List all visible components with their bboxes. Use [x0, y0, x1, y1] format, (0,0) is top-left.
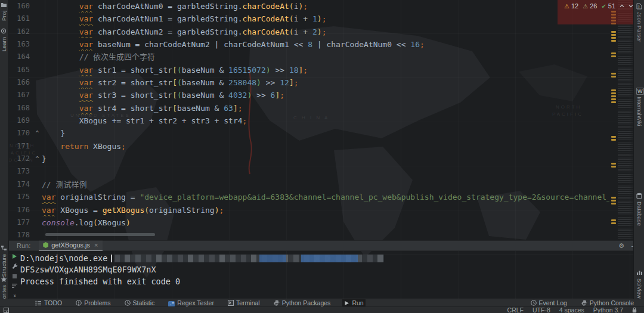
code-line[interactable]: 170^ }: [9, 127, 609, 140]
fold-marker-icon[interactable]: ^: [33, 127, 42, 140]
code-token: 12: [280, 78, 289, 87]
warning-stripe-mark: [611, 89, 616, 91]
sidebar-tab-label: SciView: [636, 278, 643, 299]
play_gray-icon: [344, 300, 349, 306]
sidebar-tab-database[interactable]: Database: [636, 193, 643, 226]
code-line[interactable]: 174// 测试样例: [9, 178, 609, 191]
line-number[interactable]: 162: [9, 26, 33, 38]
toolwindow-button-python-console[interactable]: Python Console: [580, 299, 636, 307]
run-tab[interactable]: getXBogus.js ×: [39, 240, 102, 251]
code-line[interactable]: 175var originalString = "device_platform…: [9, 191, 609, 203]
code-line[interactable]: 161 var charCodeAtNum1 = garbledString.c…: [9, 13, 609, 25]
line-number[interactable]: 176: [9, 204, 33, 216]
censored-region: [114, 255, 384, 262]
line-number[interactable]: 172: [9, 153, 33, 165]
weak-warnings-indicator[interactable]: ⚠ 26: [583, 2, 597, 10]
code-line[interactable]: 163 var baseNum = charCodeAtNum2 | charC…: [9, 38, 609, 51]
status-item-python-3.7[interactable]: Python 3.7: [593, 306, 623, 313]
code-line[interactable]: 177console.log(XBogus): [9, 216, 609, 229]
code-line[interactable]: 162 var charCodeAtNum2 = garbledString.c…: [9, 26, 609, 38]
code-line[interactable]: 171 return XBogus;: [9, 140, 609, 153]
code-token: (: [177, 78, 182, 87]
toolwindow-button-regex-tester[interactable]: .*Regex Tester: [166, 299, 216, 307]
line-number[interactable]: 160: [9, 0, 33, 13]
code-line[interactable]: 166 var str2 = short_str[(baseNum & 2580…: [9, 76, 609, 89]
code-text: [42, 165, 609, 178]
rerun-button[interactable]: [11, 253, 18, 259]
code-token: // 测试样例: [42, 180, 86, 189]
soft-wrap-icon[interactable]: [11, 283, 18, 289]
close-icon[interactable]: ×: [94, 241, 98, 249]
toolwindow-button-event-log[interactable]: Event Log: [529, 299, 569, 307]
code-token: XBogus =: [55, 206, 102, 215]
code-line[interactable]: 160 var charCodeAtNum0 = garbledString.c…: [9, 0, 609, 13]
toolwindow-button-terminal[interactable]: Terminal: [226, 299, 262, 307]
more-options-icon[interactable]: »: [11, 292, 17, 299]
warnings-indicator[interactable]: ⚠ 12: [564, 2, 578, 10]
error-stripe[interactable]: [610, 0, 617, 239]
censor-caret: [111, 255, 112, 262]
sidebar-tab-json-parser[interactable]: {}Json Parser: [636, 3, 643, 42]
line-number[interactable]: 167: [9, 89, 33, 101]
code-text: var XBogus = getXBogus(originalString);: [42, 204, 609, 216]
code-line[interactable]: 172^}: [9, 153, 609, 165]
stop-button[interactable]: [11, 273, 18, 279]
run-toolbar: »: [9, 252, 20, 299]
toolwindow-button-python-packages[interactable]: Python Packages: [272, 299, 333, 307]
code-token: [: [172, 66, 177, 75]
code-token: [: [172, 78, 177, 87]
code-token: >>: [252, 91, 270, 100]
code-editor[interactable]: 160 var charCodeAtNum0 = garbledString.c…: [9, 0, 609, 239]
minimap[interactable]: [618, 0, 633, 239]
settings-gear-icon[interactable]: ⚙: [618, 243, 624, 249]
line-number[interactable]: 164: [9, 51, 33, 63]
line-number[interactable]: 178: [9, 229, 33, 239]
lock-icon[interactable]: [632, 307, 637, 313]
typos-indicator[interactable]: ✔ 51: [601, 2, 615, 10]
fold-marker-icon[interactable]: ^: [33, 153, 42, 165]
line-number[interactable]: 174: [9, 178, 33, 191]
code-line[interactable]: 173: [9, 165, 609, 178]
status-item-4-spaces[interactable]: 4 spaces: [559, 306, 584, 313]
line-number[interactable]: 166: [9, 76, 33, 89]
code-line[interactable]: 176var XBogus = getXBogus(originalString…: [9, 204, 609, 216]
sidebar-tab-structure[interactable]: Structure: [1, 245, 7, 277]
code-token: ]: [233, 104, 238, 113]
settings-wrench-icon[interactable]: [11, 263, 18, 269]
line-number[interactable]: 169: [9, 114, 33, 127]
toolwindow-button-statistic[interactable]: Statistic: [123, 299, 157, 307]
line-number[interactable]: 173: [9, 165, 33, 178]
horizontal-scrollbar-thumb[interactable]: [45, 233, 155, 236]
line-number[interactable]: 171: [9, 140, 33, 153]
line-number[interactable]: 163: [9, 38, 33, 51]
toolwindow-switcher-icon[interactable]: [4, 308, 9, 313]
sidebar-tab-learn[interactable]: Learn: [1, 28, 7, 51]
next-problem-icon[interactable]: [628, 4, 633, 8]
code-line[interactable]: 169 XBogus += str1 + str2 + str3 + str4;: [9, 114, 609, 127]
code-line[interactable]: 164 // 依次生成四个字符: [9, 51, 609, 63]
code-line[interactable]: 168 var str4 = short_str[baseNum & 63];: [9, 102, 609, 114]
sidebar-tab-proj[interactable]: Proj: [1, 2, 7, 21]
code-line[interactable]: 165 var str1 = short_str[(baseNum & 1651…: [9, 64, 609, 76]
line-number[interactable]: 177: [9, 216, 33, 229]
status-item-utf-8[interactable]: UTF-8: [532, 306, 550, 313]
line-number[interactable]: 165: [9, 64, 33, 76]
toolwindow-button-problems[interactable]: Problems: [74, 299, 112, 307]
toolwindow-button-todo[interactable]: TODO: [33, 299, 64, 307]
line-number[interactable]: 161: [9, 13, 33, 25]
code-line[interactable]: 167 var str3 = short_str[(baseNum & 4032…: [9, 89, 609, 101]
code-token: ): [256, 78, 261, 87]
prev-problem-icon[interactable]: [620, 4, 624, 8]
line-number[interactable]: 168: [9, 102, 33, 114]
line-number[interactable]: 175: [9, 191, 33, 203]
folder-icon: [1, 2, 7, 8]
python-icon: [274, 300, 280, 306]
line-number[interactable]: 170: [9, 127, 33, 140]
code-token: var: [42, 193, 55, 202]
sidebar-tab-label: Structure: [1, 254, 7, 277]
sidebar-tab-internalwiki[interactable]: WInternalWiki: [636, 88, 643, 126]
sidebar-tab-sciview[interactable]: SciView: [636, 269, 643, 299]
toolwindow-button-run[interactable]: Run: [342, 299, 365, 307]
warning-stripe-mark: [611, 200, 616, 202]
status-item-crlf[interactable]: CRLF: [507, 306, 524, 313]
